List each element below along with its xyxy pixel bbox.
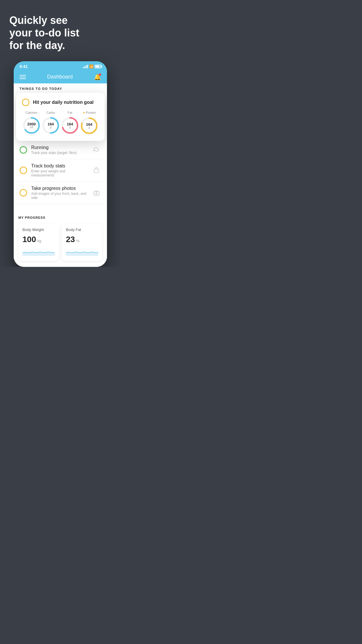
macro-row: Calories 2000 cal Carbs 164 g Fat: [22, 111, 99, 135]
nutrition-checkbox[interactable]: [22, 99, 29, 106]
macro-item: Fat 164 g: [61, 111, 79, 135]
list-item-content: Track body stats Enter your weight and m…: [31, 163, 88, 177]
progress-unit: kg: [37, 239, 41, 243]
phone-mockup: 9:41 📶 Dashboard: [14, 61, 107, 267]
list-item[interactable]: Track body stats Enter your weight and m…: [14, 159, 107, 182]
status-icons: 📶: [83, 64, 101, 69]
macro-label: Calories: [26, 111, 37, 114]
list-checkbox[interactable]: [20, 146, 27, 154]
menu-button[interactable]: [20, 75, 26, 79]
progress-card[interactable]: Body Weight 100 kg: [18, 223, 59, 261]
list-item[interactable]: Take progress photos Add images of your …: [14, 182, 107, 204]
notification-badge: [99, 74, 101, 76]
progress-value-row: 100 kg: [22, 235, 55, 244]
nutrition-card[interactable]: Hit your daily nutrition goal Calories 2…: [16, 93, 105, 141]
nav-title: Dashboard: [47, 74, 73, 80]
list-item[interactable]: Running Track your stats (target: 5km): [14, 141, 107, 159]
donut-unit: g: [48, 126, 54, 129]
macro-item: Calories 2000 cal: [22, 111, 41, 135]
macro-item: Carbs 164 g: [41, 111, 60, 135]
donut-unit: g: [86, 126, 92, 129]
list-item-subtitle: Track your stats (target: 5km): [31, 151, 88, 155]
list-checkbox[interactable]: [20, 189, 27, 197]
progress-header: MY PROGRESS: [18, 216, 102, 219]
battery-icon: [95, 65, 101, 68]
hero-title: Quickly see your to-do list for the day.: [9, 14, 111, 52]
things-header: THINGS TO DO TODAY: [14, 83, 107, 93]
donut-unit: g: [67, 126, 73, 129]
nav-bar: Dashboard 🔔: [14, 71, 107, 83]
spacer: [14, 204, 107, 210]
progress-value-row: 23 %: [66, 235, 98, 244]
donut-center: 164 g: [67, 122, 73, 129]
svg-rect-10: [94, 191, 99, 195]
phone-content: THINGS TO DO TODAY Hit your daily nutrit…: [14, 83, 107, 267]
hero-section: Quickly see your to-do list for the day.: [0, 0, 121, 61]
signal-icon: [83, 65, 88, 68]
list-item-content: Take progress photos Add images of your …: [31, 186, 88, 200]
nutrition-card-title: Hit your daily nutrition goal: [33, 100, 94, 105]
status-time: 9:41: [20, 64, 28, 69]
macro-item: ★ Protein 164 g: [80, 111, 99, 135]
svg-point-11: [96, 192, 97, 194]
donut: 2000 cal: [22, 116, 41, 135]
list-item-title: Running: [31, 145, 88, 150]
list-item-content: Running Track your stats (target: 5km): [31, 145, 88, 155]
progress-card-title: Body Fat: [66, 228, 98, 232]
list-item-subtitle: Add images of your front, back, and side: [31, 192, 88, 200]
progress-value: 23: [66, 235, 75, 244]
wifi-icon: 📶: [89, 64, 94, 69]
status-bar: 9:41 📶: [14, 61, 107, 71]
progress-cards: Body Weight 100 kg Body Fat 23 %: [18, 223, 102, 261]
progress-section: MY PROGRESS Body Weight 100 kg Body Fat …: [14, 210, 107, 267]
mini-chart: [66, 247, 98, 256]
list-item-title: Track body stats: [31, 163, 88, 169]
donut: 164 g: [41, 116, 60, 135]
macro-label: Fat: [68, 111, 72, 114]
donut-center: 2000 cal: [27, 122, 36, 129]
donut: 164 g: [80, 116, 99, 135]
list-item-icon: [92, 188, 101, 197]
progress-card-title: Body Weight: [22, 228, 55, 232]
list-item-icon: [92, 166, 101, 175]
mini-chart: [22, 247, 55, 256]
progress-value: 100: [22, 235, 36, 244]
donut-center: 164 g: [86, 123, 92, 129]
donut-unit: cal: [27, 126, 36, 129]
progress-card[interactable]: Body Fat 23 %: [62, 223, 102, 261]
notification-button[interactable]: 🔔: [94, 74, 101, 80]
phone-container: 9:41 📶 Dashboard: [0, 61, 121, 267]
card-title-row: Hit your daily nutrition goal: [22, 99, 99, 106]
list-item-title: Take progress photos: [31, 186, 88, 191]
list-item-subtitle: Enter your weight and measurements: [31, 169, 88, 177]
progress-unit: %: [76, 239, 80, 243]
macro-label: Carbs: [46, 111, 55, 114]
list-checkbox[interactable]: [20, 167, 27, 174]
macro-label: ★ Protein: [82, 111, 96, 115]
list-section: Running Track your stats (target: 5km) T…: [14, 141, 107, 204]
donut: 164 g: [61, 116, 79, 135]
donut-center: 164 g: [48, 122, 54, 129]
list-item-icon: [92, 145, 101, 155]
